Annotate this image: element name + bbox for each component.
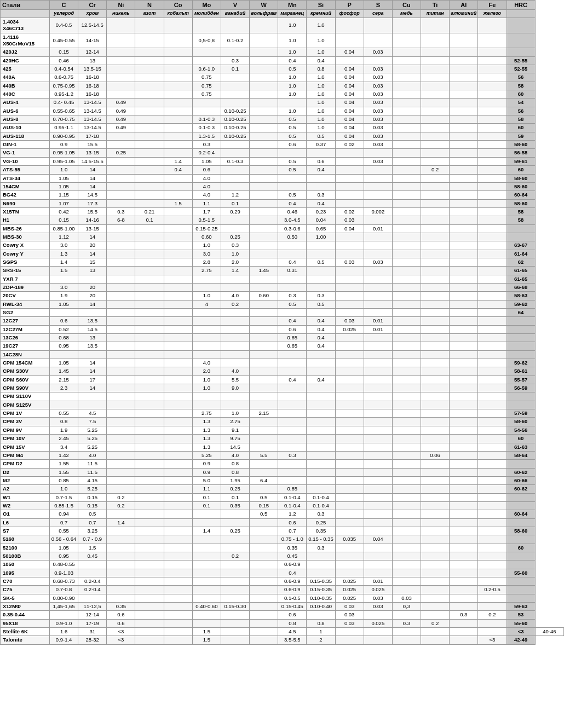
cell-6-4 (135, 82, 164, 90)
cell-40-14 (421, 367, 450, 375)
cell-71-10: 1 (307, 628, 335, 636)
stali-name: 440A (1, 73, 50, 82)
cell-70-2: 17-19 (78, 619, 107, 627)
cell-20-5: 1.5 (164, 199, 192, 207)
cell-53-9 (278, 476, 307, 484)
cell-46-4 (135, 418, 164, 426)
cell-61-9: 0.35 (278, 544, 307, 552)
cell-11-16 (478, 124, 507, 132)
cell-63-9: 0.6-0.9 (278, 561, 307, 569)
cell-48-2: 5.25 (78, 435, 107, 443)
cell-6-9: 1.0 (278, 82, 307, 90)
cell-17-7 (221, 174, 249, 182)
cell-44-1 (50, 401, 78, 409)
cell-72-5 (164, 636, 192, 644)
cell-60-12: 0.04 (364, 535, 392, 544)
cell-50-12 (364, 451, 392, 459)
cell-49-1: 3.4 (50, 443, 78, 451)
cell-56-13 (392, 501, 421, 510)
sub-co: кобальт (164, 10, 192, 18)
cell-5-1: 0.6-0.75 (50, 73, 78, 82)
cell-5-5 (164, 73, 192, 82)
table-row: VG-100.95-1.0514.5-15.51.41.050.1-0.30.5… (1, 157, 564, 165)
cell-42-9 (278, 384, 307, 392)
cell-61-15 (450, 544, 478, 552)
cell-55-9: 0.1-0.4 (278, 493, 307, 501)
cell-5-14 (421, 73, 450, 82)
cell-14-8 (250, 149, 278, 157)
cell-20-10: 0.4 (307, 199, 335, 207)
cell-66-6 (192, 586, 221, 594)
cell-46-10 (307, 418, 335, 426)
cell-8-11: 0.04 (335, 99, 364, 107)
cell-17-11 (335, 174, 364, 182)
sub-n: азот (135, 10, 164, 18)
cell-3-17: 52-55 (507, 56, 535, 65)
stali-name: O1 (1, 510, 50, 518)
stali-name: CPM S30V (1, 367, 50, 375)
sub-al: алюминий (450, 10, 478, 18)
cell-10-8 (250, 115, 278, 124)
cell-21-16 (478, 207, 507, 216)
table-row: Talonite0.9-1.428-32<31.53.5-5.52<342-49 (1, 636, 564, 644)
cell-41-8 (250, 375, 278, 384)
cell-24-11 (335, 233, 364, 241)
cell-4-13 (392, 65, 421, 73)
cell-64-16 (478, 569, 507, 577)
cell-3-10: 0.4 (307, 56, 335, 65)
cell-28-5 (164, 267, 192, 275)
cell-38-17 (507, 350, 535, 359)
cell-59-6: 1.4 (192, 527, 221, 535)
cell-71-1: 1.6 (50, 628, 78, 636)
cell-10-1: 0.70-0.75 (50, 115, 78, 124)
cell-59-11 (335, 527, 364, 535)
cell-59-13 (392, 527, 421, 535)
cell-65-13 (392, 577, 421, 586)
cell-14-1: 0.95-1.05 (50, 149, 78, 157)
cell-7-1: 0.95-1.2 (50, 90, 78, 99)
cell-18-8 (250, 182, 278, 190)
cell-27-17: 62 (507, 258, 535, 266)
cell-16-15 (450, 166, 478, 174)
cell-0-8 (250, 18, 278, 33)
cell-15-7: 0.1-0.3 (221, 157, 249, 165)
cell-61-1: 1.05 (50, 544, 78, 552)
cell-71-17: <3 (507, 628, 535, 636)
cell-61-2: 1.5 (78, 544, 107, 552)
cell-66-10: 0.15-0.35 (307, 586, 335, 594)
cell-47-17: 54-56 (507, 426, 535, 434)
cell-51-12 (364, 460, 392, 468)
sub-mo: молибден (192, 10, 221, 18)
cell-6-6: 0.75 (192, 82, 221, 90)
cell-41-17: 55-57 (507, 375, 535, 384)
cell-72-7 (221, 636, 249, 644)
table-row: CPM 9V1.95.251.39.154-56 (1, 426, 564, 434)
cell-48-3 (107, 435, 135, 443)
cell-45-4 (135, 409, 164, 418)
cell-29-8 (250, 275, 278, 283)
cell-11-8 (250, 124, 278, 132)
cell-38-1 (50, 350, 78, 359)
cell-41-9: 0.4 (278, 375, 307, 384)
cell-31-12 (364, 292, 392, 300)
cell-50-11 (335, 451, 364, 459)
cell-31-9: 0.3 (278, 292, 307, 300)
cell-39-16 (478, 359, 507, 367)
cell-0-10: 1.0 (307, 18, 335, 33)
cell-12-11: 0.04 (335, 132, 364, 140)
stali-name: 1.4116X50CrMoV15 (1, 33, 50, 48)
cell-52-6: 0.9 (192, 468, 221, 476)
cell-51-7: 0.8 (221, 460, 249, 468)
cell-46-3 (107, 418, 135, 426)
cell-43-10 (307, 392, 335, 401)
cell-12-3 (107, 132, 135, 140)
table-row: 13C260.68130.650.4 (1, 334, 564, 342)
sub-cr: хром (78, 10, 107, 18)
cell-54-7: 0.25 (221, 485, 249, 493)
cell-11-1: 0.95-1.1 (50, 124, 78, 132)
cell-64-6 (192, 569, 221, 577)
cell-2-16 (478, 48, 507, 56)
cell-54-11 (335, 485, 364, 493)
cell-32-17: 59-62 (507, 300, 535, 308)
cell-72-8 (250, 636, 278, 644)
